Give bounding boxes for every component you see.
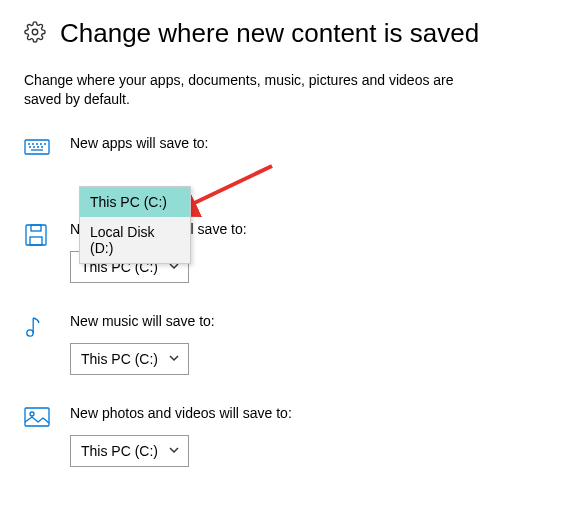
svg-point-18 <box>30 412 34 416</box>
apps-option-local-disk[interactable]: Local Disk (D:) <box>80 217 190 263</box>
chevron-down-icon <box>168 443 180 459</box>
apps-label: New apps will save to: <box>70 135 548 151</box>
music-section: New music will save to: This PC (C:) <box>24 313 548 375</box>
music-note-icon <box>24 313 54 375</box>
photos-combo[interactable]: This PC (C:) <box>70 435 189 467</box>
photos-label: New photos and videos will save to: <box>70 405 548 421</box>
settings-page: Change where new content is saved Change… <box>0 0 572 467</box>
svg-point-0 <box>32 29 38 35</box>
music-label: New music will save to: <box>70 313 548 329</box>
music-combo-value: This PC (C:) <box>81 351 158 367</box>
apps-option-this-pc[interactable]: This PC (C:) <box>80 187 190 217</box>
page-description: Change where your apps, documents, music… <box>24 71 454 109</box>
gear-icon <box>24 21 46 47</box>
apps-section: New apps will save to: <box>24 135 548 165</box>
chevron-down-icon <box>168 351 180 367</box>
music-combo[interactable]: This PC (C:) <box>70 343 189 375</box>
svg-line-20 <box>188 166 272 206</box>
photos-section: New photos and videos will save to: This… <box>24 405 548 467</box>
svg-rect-17 <box>25 408 49 426</box>
save-icon <box>24 221 54 283</box>
page-title: Change where new content is saved <box>60 18 479 49</box>
photos-combo-value: This PC (C:) <box>81 443 158 459</box>
svg-rect-14 <box>31 225 41 231</box>
svg-rect-12 <box>26 225 46 245</box>
picture-icon <box>24 405 54 467</box>
svg-point-15 <box>27 330 33 336</box>
keyboard-icon <box>24 135 54 165</box>
svg-rect-13 <box>30 237 42 245</box>
apps-dropdown[interactable]: This PC (C:) Local Disk (D:) <box>79 186 191 264</box>
page-header: Change where new content is saved <box>24 18 548 49</box>
